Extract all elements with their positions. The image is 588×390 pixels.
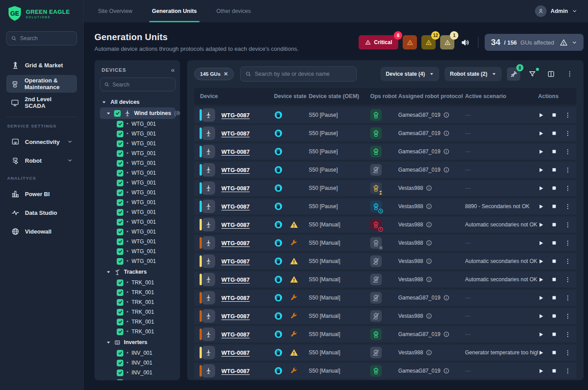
- tree-item[interactable]: •WTG_001: [100, 217, 176, 227]
- stop-button[interactable]: [551, 167, 557, 172]
- row-menu-button[interactable]: [564, 148, 571, 155]
- tree-item[interactable]: •TRK_001: [100, 327, 176, 337]
- tree-group-inverters[interactable]: Inverters: [100, 337, 176, 348]
- stop-button[interactable]: [551, 131, 557, 136]
- tab-generation-units[interactable]: Generation Units: [152, 0, 197, 22]
- stop-button[interactable]: [551, 313, 557, 319]
- sidebar-search-input[interactable]: [20, 35, 72, 41]
- tab-other-devices[interactable]: Other devices: [216, 0, 251, 22]
- stop-button[interactable]: [551, 149, 557, 154]
- devices-search[interactable]: [100, 78, 176, 91]
- info-icon[interactable]: [443, 368, 449, 374]
- play-button[interactable]: [538, 112, 544, 118]
- critical-alerts-button[interactable]: Critical 8: [359, 35, 399, 49]
- info-icon[interactable]: [443, 112, 449, 118]
- checkbox-checked[interactable]: [117, 248, 123, 255]
- stop-button[interactable]: [551, 368, 557, 374]
- tree-item[interactable]: •WTG_001: [100, 237, 176, 246]
- row-menu-button[interactable]: [564, 276, 571, 283]
- tree-item[interactable]: •INV_001: [100, 358, 176, 368]
- play-button[interactable]: [538, 332, 544, 337]
- caret-down-icon[interactable]: [106, 340, 111, 345]
- info-icon[interactable]: [443, 130, 449, 136]
- checkbox-checked[interactable]: [117, 199, 123, 206]
- ops-robot-off-icon[interactable]: [370, 292, 382, 304]
- device-link[interactable]: WTG-0087: [221, 185, 250, 192]
- columns-button[interactable]: [544, 67, 558, 81]
- tree-group-wind-turbines[interactable]: Wind turbines(867): [100, 107, 176, 119]
- tab-site-overview[interactable]: Site Overview: [98, 0, 132, 22]
- tree-group-trackers[interactable]: Trackers: [100, 266, 176, 278]
- yellow-alerts-button[interactable]: 12: [421, 35, 436, 49]
- stop-button[interactable]: [551, 277, 557, 282]
- table-search-input[interactable]: [255, 71, 351, 77]
- pale-alerts-button[interactable]: 1: [440, 35, 454, 49]
- sidebar-item-connectivity[interactable]: Connectivity: [6, 133, 77, 151]
- checkbox-checked[interactable]: [117, 150, 123, 157]
- sidebar-item-2nd-level-scada[interactable]: 2nd Level SCADA: [6, 94, 77, 111]
- info-icon[interactable]: [426, 258, 432, 264]
- device-link[interactable]: WTG-0087: [221, 349, 250, 356]
- tree-item[interactable]: •INV_001: [100, 348, 176, 358]
- ops-robot-sync-icon[interactable]: [370, 201, 382, 212]
- checkbox-checked[interactable]: [117, 131, 123, 137]
- info-icon[interactable]: [443, 167, 449, 173]
- device-link[interactable]: WTG-0087: [221, 130, 250, 137]
- checkbox-checked[interactable]: [117, 180, 123, 186]
- checkbox-checked[interactable]: [117, 160, 123, 167]
- checkbox-checked[interactable]: [117, 369, 123, 376]
- row-menu-button[interactable]: [564, 240, 571, 246]
- device-link[interactable]: WTG-0087: [221, 276, 250, 283]
- checkbox-checked[interactable]: [117, 319, 123, 325]
- ops-robot-on-icon[interactable]: [370, 109, 382, 121]
- sidebar-item-videowall[interactable]: Videowall: [6, 222, 77, 240]
- device-link[interactable]: WTG-0087: [221, 331, 250, 338]
- checkbox-checked[interactable]: [117, 309, 123, 316]
- collapse-panel-icon[interactable]: «: [171, 66, 175, 73]
- stop-button[interactable]: [551, 259, 557, 264]
- play-button[interactable]: [538, 131, 544, 136]
- ops-robot-on-icon[interactable]: [370, 365, 382, 377]
- device-link[interactable]: WTG-0087: [221, 295, 250, 301]
- checkbox-checked[interactable]: [117, 289, 123, 296]
- play-button[interactable]: [538, 259, 544, 264]
- ops-robot-error-icon[interactable]: [370, 219, 382, 230]
- tree-item[interactable]: •WTG_001: [100, 246, 176, 256]
- tree-item[interactable]: •WTG_001: [100, 207, 176, 217]
- tree-item[interactable]: •INV_001: [100, 368, 176, 378]
- checkbox-checked[interactable]: [117, 350, 123, 357]
- info-icon[interactable]: [426, 222, 432, 228]
- device-link[interactable]: WTG-0087: [221, 112, 250, 119]
- checkbox-checked[interactable]: [117, 258, 123, 265]
- play-button[interactable]: [538, 277, 544, 283]
- stop-button[interactable]: [551, 185, 557, 191]
- tree-item[interactable]: •INV_001: [100, 378, 176, 380]
- checkbox-checked[interactable]: [117, 170, 123, 177]
- play-button[interactable]: [538, 295, 544, 301]
- checkbox-checked[interactable]: [117, 379, 123, 381]
- devices-search-input[interactable]: [112, 82, 171, 88]
- tree-item[interactable]: •WTG_001: [100, 158, 176, 168]
- row-menu-button[interactable]: [564, 313, 571, 320]
- filter-button[interactable]: [526, 67, 539, 81]
- checkbox-checked[interactable]: [117, 140, 123, 147]
- checkbox-checked[interactable]: [117, 360, 123, 366]
- checkbox-checked[interactable]: [117, 299, 123, 306]
- sidebar-item-grid-market[interactable]: Grid & Market: [6, 56, 77, 74]
- orange-alerts-button[interactable]: [403, 35, 417, 49]
- device-link[interactable]: WTG-0087: [221, 148, 250, 155]
- info-icon[interactable]: [426, 349, 432, 356]
- gus-filter-chip[interactable]: 145 GUs ✕: [194, 68, 234, 80]
- ops-robot-off-icon[interactable]: [370, 347, 382, 358]
- info-icon[interactable]: [443, 148, 449, 155]
- device-link[interactable]: WTG-0087: [221, 368, 250, 374]
- device-state-filter[interactable]: Device state (4): [380, 67, 439, 81]
- tree-item[interactable]: •WTG_001: [100, 119, 176, 129]
- play-button[interactable]: [538, 240, 544, 246]
- sidebar-search[interactable]: [6, 31, 77, 45]
- ops-robot-on-icon[interactable]: [370, 146, 382, 157]
- user-menu[interactable]: Admin: [535, 0, 577, 22]
- device-link[interactable]: WTG-0087: [221, 167, 250, 173]
- play-button[interactable]: [538, 204, 544, 209]
- tree-item[interactable]: •WTG_001: [100, 129, 176, 139]
